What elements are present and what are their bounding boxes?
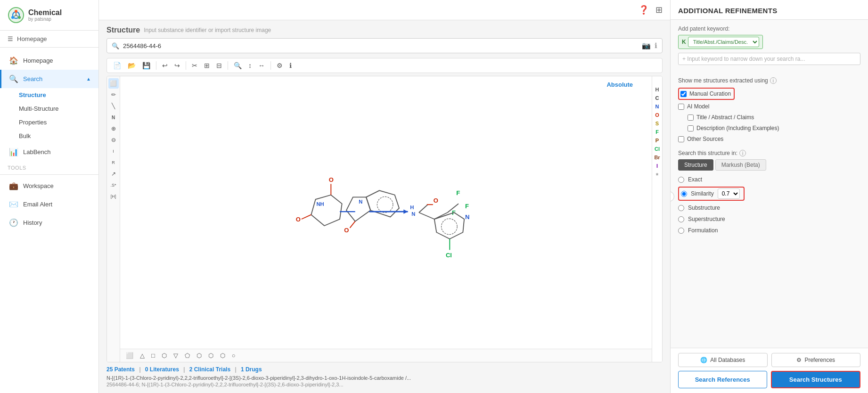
substructure-label[interactable]: Substructure: [688, 205, 720, 211]
tool-h[interactable]: [H]: [108, 191, 119, 202]
superstructure-radio[interactable]: [678, 216, 684, 222]
toolbar-info-btn[interactable]: ℹ: [287, 60, 294, 71]
search-structures-button[interactable]: Search Structures: [771, 371, 861, 388]
camera-icon[interactable]: 📷: [642, 41, 651, 50]
tool-s-group[interactable]: .S*: [108, 180, 119, 190]
description-checkbox[interactable]: [688, 125, 694, 131]
sidebar-item-homepage[interactable]: 🏠 Homepage: [0, 51, 98, 70]
exact-label[interactable]: Exact: [688, 176, 702, 183]
toolbar-search-btn[interactable]: 🔍: [231, 60, 244, 71]
tool-select-bottom[interactable]: ⬜: [124, 351, 135, 360]
sidebar-item-workspace[interactable]: 💼 Workspace: [0, 177, 98, 195]
other-sources-checkbox[interactable]: [678, 136, 684, 142]
formulation-radio[interactable]: [678, 228, 684, 234]
tool-stereo[interactable]: I: [108, 146, 119, 156]
toolbar-open-btn[interactable]: 📂: [125, 60, 138, 71]
tool-nitrogen[interactable]: N: [108, 112, 119, 123]
grid-icon[interactable]: ⊞: [655, 5, 663, 15]
manual-curation-checkbox[interactable]: [680, 91, 687, 97]
toolbar-redo-btn[interactable]: ↪: [172, 60, 182, 71]
tool-hexagon2[interactable]: ⬡: [195, 351, 204, 360]
title-abstract-checkbox[interactable]: [688, 115, 694, 121]
atom-H[interactable]: H: [654, 86, 661, 93]
tool-circle[interactable]: ○: [230, 351, 237, 360]
tool-square[interactable]: □: [149, 351, 157, 360]
info-icon[interactable]: ℹ: [655, 41, 657, 50]
tool-hexagon3[interactable]: ⬡: [206, 351, 215, 360]
search-in-info-icon[interactable]: i: [739, 150, 746, 156]
toolbar-save-btn[interactable]: 💾: [140, 60, 153, 71]
svg-text:NH: NH: [317, 201, 324, 207]
tab-structure[interactable]: Structure: [678, 159, 713, 171]
atom-O[interactable]: O: [654, 111, 661, 119]
substructure-radio[interactable]: [678, 205, 684, 211]
sidebar-item-email-alert[interactable]: ✉️ Email Alert: [0, 195, 98, 213]
atom-I[interactable]: I: [655, 162, 659, 170]
tab-markush[interactable]: Markush (Beta): [715, 159, 766, 171]
similarity-radio[interactable]: [681, 191, 687, 197]
toolbar-undo-btn[interactable]: ↩: [160, 60, 170, 71]
sidebar-item-structure[interactable]: Structure: [15, 88, 98, 102]
atom-star[interactable]: *: [655, 171, 660, 180]
sidebar-item-history[interactable]: 🕐 History: [0, 213, 98, 232]
sidebar-label-labbench: LabBench: [23, 148, 51, 156]
tool-bond[interactable]: ╲: [108, 101, 119, 111]
keyword-scope-select[interactable]: Title/Abst./Claims/Desc. Title Abstract …: [688, 37, 759, 47]
tool-pentagon[interactable]: ⬡: [160, 351, 169, 360]
exact-radio[interactable]: [678, 177, 684, 183]
superstructure-label[interactable]: Superstructure: [688, 216, 725, 222]
sidebar-item-properties[interactable]: Properties: [15, 115, 98, 129]
formulation-label[interactable]: Formulation: [688, 227, 718, 234]
search-references-button[interactable]: Search References: [678, 371, 767, 388]
ai-model-checkbox[interactable]: [678, 104, 684, 110]
tool-add-atom[interactable]: ⊕: [108, 123, 119, 134]
canvas-main: Absolute O O NH: [120, 76, 652, 362]
patents-link[interactable]: 25 Patents: [106, 366, 135, 373]
ai-model-label[interactable]: AI Model: [687, 103, 709, 110]
atom-Br[interactable]: Br: [653, 154, 661, 161]
other-sources-label[interactable]: Other Sources: [687, 136, 723, 142]
structure-search-input[interactable]: [123, 42, 638, 49]
preferences-button[interactable]: ⚙ Preferences: [771, 353, 861, 367]
toolbar-cut-btn[interactable]: ✂: [189, 60, 200, 71]
similarity-label[interactable]: Similarity: [691, 190, 714, 197]
atom-S[interactable]: S: [654, 120, 660, 127]
toolbar-settings-btn[interactable]: ⚙: [274, 60, 285, 71]
tool-pentagon2[interactable]: ▽: [172, 351, 180, 360]
similarity-value-select[interactable]: 0.7 0.8 0.9 1.0: [718, 188, 740, 199]
tool-triangle[interactable]: △: [138, 351, 147, 360]
collapse-sidebar-button[interactable]: ☰ Homepage: [0, 31, 98, 48]
manual-curation-label[interactable]: Manual Curation: [689, 90, 731, 97]
help-icon[interactable]: ❓: [639, 5, 649, 15]
atom-Cl[interactable]: Cl: [653, 145, 661, 153]
clinical-trials-link[interactable]: 2 Clinical Trials: [189, 366, 230, 373]
all-databases-button[interactable]: 🌐 All Databases: [678, 353, 768, 367]
title-abstract-label[interactable]: Title / Abstract / Claims: [696, 114, 754, 121]
tool-arrow[interactable]: ↗: [108, 169, 119, 179]
tool-select[interactable]: ⬜: [108, 78, 119, 89]
toolbar-new-btn[interactable]: 📄: [111, 60, 123, 71]
description-label[interactable]: Description (Including Examples): [696, 125, 779, 131]
atom-N[interactable]: N: [654, 103, 661, 110]
toolbar-copy-btn[interactable]: ⊞: [202, 60, 212, 71]
atom-P[interactable]: P: [654, 137, 660, 144]
sidebar-item-multi-structure[interactable]: Multi-Structure: [15, 102, 98, 115]
keyword-input[interactable]: [678, 53, 860, 65]
sidebar-item-search[interactable]: 🔍 Search ▲: [0, 70, 98, 88]
tool-heptagon[interactable]: ⬡: [218, 351, 227, 360]
tool-remove-atom[interactable]: ⊖: [108, 135, 119, 145]
molecule-drawing-area[interactable]: Absolute O O NH: [120, 76, 652, 349]
atom-C[interactable]: C: [654, 94, 661, 102]
sidebar-item-labbench[interactable]: 📊 LabBench: [0, 143, 98, 161]
toolbar-flip-h-btn[interactable]: ↔: [256, 60, 267, 71]
sidebar-item-bulk[interactable]: Bulk: [15, 129, 98, 143]
tool-eraser[interactable]: ✏: [108, 90, 119, 100]
drugs-link[interactable]: 1 Drugs: [241, 366, 262, 373]
show-structures-info-icon[interactable]: i: [770, 77, 777, 84]
atom-F[interactable]: F: [654, 128, 660, 136]
literatures-link[interactable]: 0 Literatures: [145, 366, 179, 373]
tool-hexagon[interactable]: ⬠: [183, 351, 192, 360]
tool-r-group[interactable]: R: [108, 157, 119, 168]
toolbar-paste-btn[interactable]: ⊟: [214, 60, 224, 71]
toolbar-flip-v-btn[interactable]: ↕: [246, 60, 254, 71]
